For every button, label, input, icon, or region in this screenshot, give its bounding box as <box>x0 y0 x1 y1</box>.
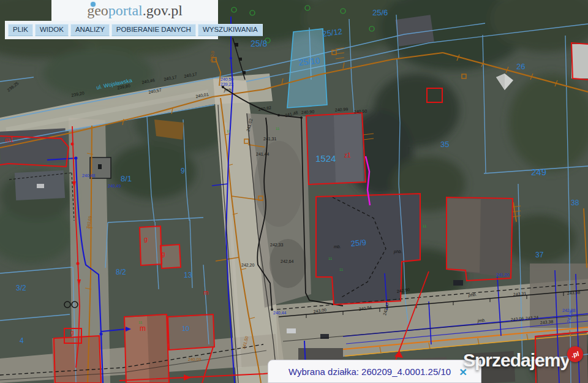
map-label: 11 <box>276 127 280 131</box>
selected-parcel-label: Wybrana działka: <box>288 366 359 377</box>
menu-bar: PLIKWIDOKANALIZYPOBIERANIE DANYCHWYSZUKI… <box>5 21 218 39</box>
map-label: 35 <box>440 140 449 149</box>
menu-item-analizy[interactable]: ANALIZY <box>70 24 110 36</box>
map-label: 240,99 <box>335 107 349 112</box>
map-label: m1 <box>5 137 13 143</box>
watermark-text: Sprzedajemy <box>463 350 570 371</box>
map-label: 242,33 <box>270 243 284 247</box>
map-label: 25/8 <box>251 39 267 48</box>
map-label: phb. <box>393 249 402 254</box>
map-label: 240,09 <box>188 357 202 362</box>
map-label: mb. <box>334 245 341 249</box>
selected-parcel-value: 260209_4.0001.25/10 <box>361 366 451 377</box>
map-label: jmb. <box>224 88 232 93</box>
menu-item-widok[interactable]: WIDOK <box>35 24 69 36</box>
map-label: 241,20 <box>496 273 510 277</box>
map-label: 11 <box>138 320 143 324</box>
map-label: 240,50 <box>354 109 368 114</box>
map-label: 13 <box>184 271 192 279</box>
map-label: 240,90 <box>301 110 315 115</box>
logo-text-portal: portal <box>108 2 143 19</box>
map-label: 3/2 <box>16 284 26 292</box>
map-label: m <box>140 324 146 333</box>
menu-item-plik[interactable]: PLIK <box>8 24 33 36</box>
map-label: 11 <box>339 268 344 271</box>
map-label: 4 <box>20 336 24 345</box>
map-label: g <box>70 329 74 336</box>
map-label: 8/1 <box>121 174 132 183</box>
geoportal-map-screen: ul. Wojsławska25/625/825/1225/1026352493… <box>0 0 588 383</box>
menu-item-wyszukiwania[interactable]: WYSZUKIWANIA <box>198 24 263 36</box>
map-label: 240,44 <box>273 311 287 315</box>
map-label: 11 <box>227 129 231 133</box>
map-label: 10 <box>182 325 189 332</box>
selected-parcel-text: Wybrana działka: 260209_4.0001.25/10 <box>288 366 451 377</box>
map-label: 241,44 <box>256 152 270 156</box>
map-label: 239,22 <box>221 82 234 86</box>
menu-item-pobieranie-danych[interactable]: POBIERANIE DANYCH <box>111 24 196 36</box>
map-label: m <box>203 289 208 296</box>
map-label: 240,50 <box>221 77 234 82</box>
map-label: 26 <box>516 62 525 71</box>
header-panel: geoportal.gov.pl PLIKWIDOKANALIZYPOBIERA… <box>5 0 218 39</box>
map-label: 242,64 <box>281 259 294 264</box>
map-label: 25/6 <box>372 8 388 17</box>
map-canvas[interactable]: ul. Wojsławska25/625/825/1225/1026352493… <box>0 0 588 383</box>
map-label: 1524 <box>315 153 336 164</box>
map-label: g <box>144 235 148 243</box>
map-label: 11 <box>328 257 333 260</box>
map-label: 37 <box>535 251 544 259</box>
map-label: 241,31 <box>263 137 277 141</box>
map-label: 9 <box>181 167 185 175</box>
logo-globe-icon <box>91 2 96 7</box>
map-label: 240,49 <box>108 184 121 188</box>
app-logo[interactable]: geoportal.gov.pl <box>51 0 218 21</box>
map-label: 11 <box>423 224 427 228</box>
map-label: 8/2 <box>116 268 126 276</box>
map-label: 249 <box>531 167 546 177</box>
map-label: 25/9 <box>350 238 367 248</box>
watermark: Sprzedajemy .pl <box>463 350 583 371</box>
map-label: g <box>162 251 165 257</box>
logo-text-gov: .gov.pl <box>143 2 183 19</box>
map-label: 38 <box>571 199 579 207</box>
map-label: 242,20 <box>241 263 255 267</box>
selected-parcel-bar: Wybrana działka: 260209_4.0001.25/10 × <box>268 360 481 383</box>
map-label: z1 <box>344 152 351 159</box>
map-label: 240,48 <box>82 173 96 178</box>
selected-parcel-highlight[interactable] <box>287 29 327 108</box>
